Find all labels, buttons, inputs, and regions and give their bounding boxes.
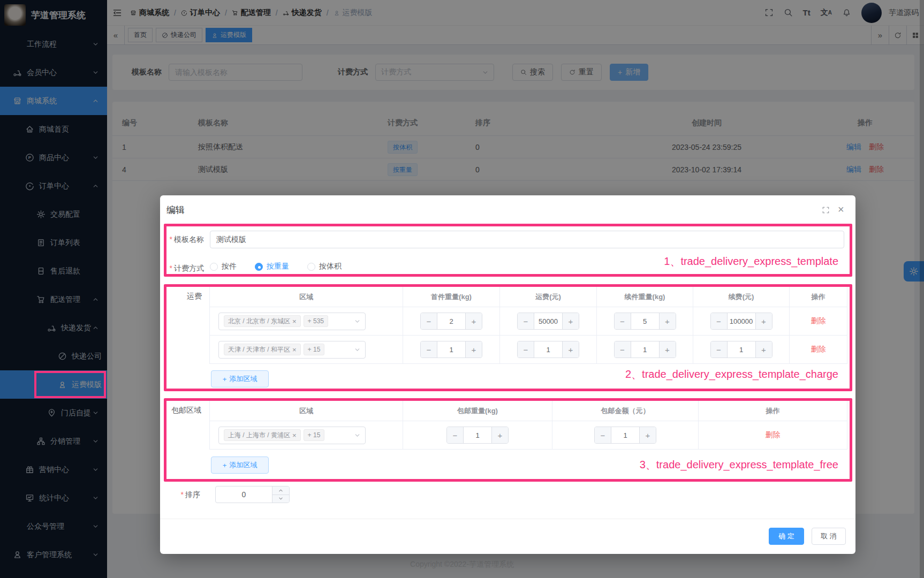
region-select[interactable]: 上海 / 上海市 / 黄浦区× + 15 [218,427,366,444]
first-weight-stepper: −2+ [420,313,482,330]
minus-button[interactable]: − [518,313,534,329]
scrollbar[interactable] [920,0,924,578]
region-select[interactable]: 天津 / 天津市 / 和平区× + 15 [218,341,366,359]
minus-button[interactable]: − [447,427,464,443]
radio-icon [307,263,315,271]
annotation-text-free: 3、trade_delivery_express_template_free [640,458,838,472]
modal-template-name-label: *模板名称 [160,235,204,245]
chevron-down-icon [354,318,360,324]
plus-button[interactable]: + [562,341,579,358]
minus-button[interactable]: − [518,341,534,358]
pin-person-icon [58,380,67,389]
minus-button[interactable]: − [711,313,728,329]
plus-icon: + [223,375,227,383]
maximize-icon[interactable] [822,206,830,214]
plus-icon: + [223,461,227,469]
charge-row-region-cell: 天津 / 天津市 / 和平区× + 15 [210,336,403,364]
delete-row-link[interactable]: 删除 [811,345,826,354]
app-root: 芋道管理系统 工作流程 会员中心 商城系统 商城首页 [0,0,924,578]
spinner-up-icon[interactable] [272,486,289,495]
region-tag: 北京 / 北京市 / 东城区× [224,315,301,327]
annotation-text-template: 1、trade_delivery_express_template [664,254,838,269]
radio-by-volume[interactable]: 按体积 [307,262,342,271]
plus-button[interactable]: + [659,341,676,358]
free-table: 区域 包邮重量(kg) 包邮金额（元） 操作 上海 / 上海市 / 黄浦区× +… [209,400,847,450]
free-row-region-cell: 上海 / 上海市 / 黄浦区× + 15 [210,421,403,450]
minus-button[interactable]: − [711,341,728,358]
edit-modal: 编辑 × *模板名称 *计费方式 按件 按重量 按体积 运费 区域 首件重量(k… [160,195,855,554]
radio-by-piece[interactable]: 按件 [210,262,237,271]
radio-by-weight[interactable]: 按重量 [255,262,289,271]
region-more-tag: + 535 [304,315,328,327]
billing-radio-group: 按件 按重量 按体积 [210,262,342,271]
cancel-button[interactable]: 取 消 [812,528,846,545]
minus-button[interactable]: − [615,341,631,358]
confirm-button[interactable]: 确 定 [769,528,804,545]
sort-number-input: 0 [215,486,290,503]
chevron-down-icon [354,432,360,438]
free-weight-stepper: −1+ [446,427,509,444]
minus-button[interactable]: − [615,313,631,329]
fee-stepper: −50000+ [517,313,579,330]
region-tag: 天津 / 天津市 / 和平区× [224,344,301,355]
plus-button[interactable]: + [755,341,772,358]
region-select[interactable]: 北京 / 北京市 / 东城区× + 535 [218,313,366,330]
next-fee-stepper: −1+ [710,341,772,358]
next-weight-stepper: −1+ [614,341,676,358]
radio-icon [210,263,218,271]
plus-button[interactable]: + [465,313,482,329]
tag-close-icon[interactable]: × [292,431,297,439]
next-weight-stepper: −5+ [614,313,676,330]
plus-button[interactable]: + [659,313,676,329]
charge-row-region-cell: 北京 / 北京市 / 东城区× + 535 [210,307,403,336]
region-tag: 上海 / 上海市 / 黄浦区× [224,429,301,441]
modal-title: 编辑 [166,204,185,216]
next-fee-stepper: −100000+ [710,313,772,330]
fee-stepper: −1+ [517,341,579,358]
plus-button[interactable]: + [465,341,482,358]
free-amount-stepper: −1+ [594,427,656,444]
plus-button[interactable]: + [562,313,579,329]
modal-billing-label: *计费方式 [160,264,204,273]
modal-template-name-input[interactable] [210,231,844,248]
annotation-text-charge: 2、trade_delivery_express_template_charge [625,367,838,382]
close-icon[interactable]: × [838,204,844,215]
minus-button[interactable]: − [595,427,611,443]
minus-button[interactable]: − [421,341,437,358]
chevron-down-icon [354,347,360,353]
tag-close-icon[interactable]: × [292,317,297,325]
add-region-button[interactable]: +添加区域 [211,457,269,474]
charge-section-label: 运费 [160,292,202,301]
plus-button[interactable]: + [491,427,508,443]
delete-row-link[interactable]: 删除 [811,316,826,326]
plus-button[interactable]: + [639,427,656,443]
charge-table: 区域 首件重量(kg) 运费(元) 续件重量(kg) 续费(元) 操作 北京 /… [209,286,847,364]
region-more-tag: + 15 [304,344,325,355]
minus-button[interactable]: − [421,313,437,329]
spinner-down-icon[interactable] [272,495,289,503]
add-region-button[interactable]: +添加区域 [211,370,269,387]
modal-footer-divider [160,519,855,519]
region-more-tag: + 15 [304,429,325,441]
delete-row-link[interactable]: 删除 [766,430,781,440]
plus-button[interactable]: + [755,313,772,329]
free-section-label: 包邮区域 [160,406,201,415]
radio-selected-icon [255,263,263,271]
tag-close-icon[interactable]: × [292,346,297,354]
first-weight-stepper: −1+ [420,341,482,358]
sort-label: *排序 [160,490,200,500]
